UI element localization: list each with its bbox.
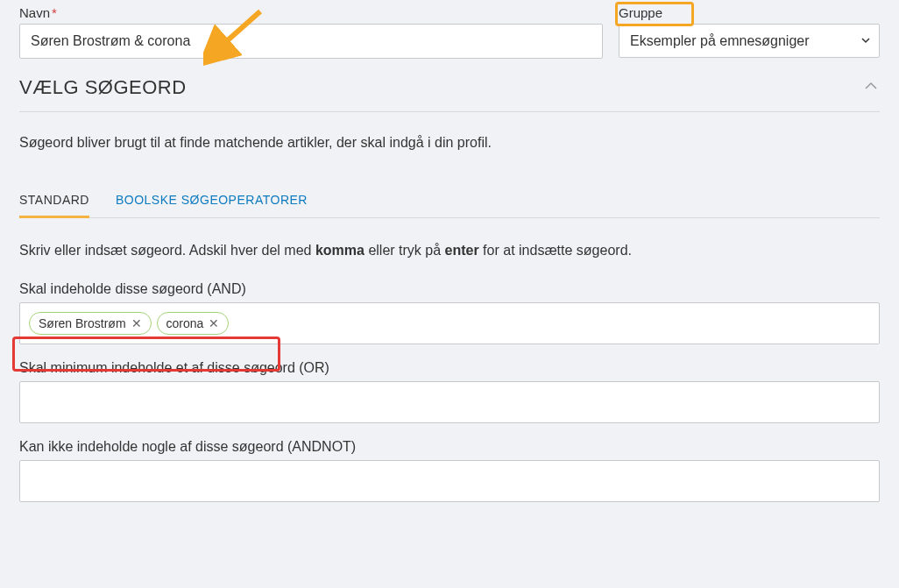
tag: corona✕ — [157, 312, 230, 335]
navn-input[interactable] — [19, 24, 603, 59]
tab-standard[interactable]: STANDARD — [19, 186, 89, 217]
tab-boolean[interactable]: BOOLSKE SØGEOPERATORER — [116, 186, 308, 217]
tag: Søren Brostrøm✕ — [29, 312, 152, 335]
instruction-text: Skriv eller indsæt søgeord. Adskil hver … — [19, 243, 880, 259]
tag-label: corona — [166, 316, 204, 330]
section-header[interactable]: VÆLG SØGEORD — [19, 76, 880, 112]
navn-label: Navn* — [19, 5, 57, 20]
section-description: Søgeord bliver brugt til at finde matche… — [19, 135, 880, 151]
tabs: STANDARD BOOLSKE SØGEOPERATORER — [19, 186, 880, 218]
required-indicator: * — [52, 5, 57, 20]
close-icon[interactable]: ✕ — [131, 317, 142, 329]
gruppe-label: Gruppe — [619, 5, 662, 20]
andnot-input[interactable] — [19, 460, 880, 502]
or-label: Skal minimum indeholde et af disse søgeo… — [19, 360, 880, 376]
or-input[interactable] — [19, 381, 880, 423]
and-input[interactable]: Søren Brostrøm✕corona✕ — [19, 302, 880, 344]
close-icon[interactable]: ✕ — [209, 317, 219, 329]
tag-label: Søren Brostrøm — [39, 316, 126, 330]
gruppe-select[interactable]: Eksempler på emnesøgniger — [619, 24, 880, 58]
andnot-label: Kan ikke indeholde nogle af disse søgeor… — [19, 439, 880, 455]
chevron-up-icon — [862, 77, 880, 98]
section-title: VÆLG SØGEORD — [19, 76, 187, 99]
and-label: Skal indeholde disse søgeord (AND) — [19, 281, 880, 297]
